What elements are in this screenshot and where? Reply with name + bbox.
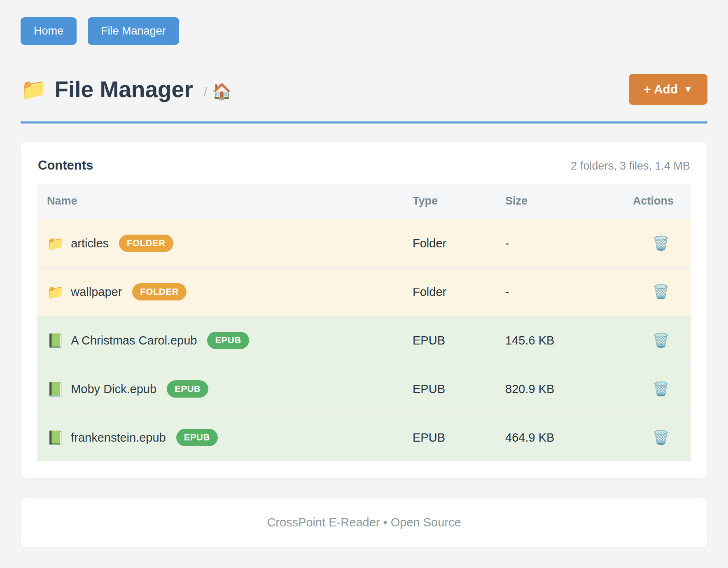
- trash-icon: 🗑️: [653, 381, 670, 396]
- column-header-name: Name: [37, 184, 403, 219]
- top-nav: Home File Manager: [21, 17, 707, 45]
- file-type-badge: EPUB: [167, 380, 208, 398]
- file-size: -: [495, 268, 598, 316]
- file-type: EPUB: [403, 365, 495, 413]
- table-row: 📁 articles FOLDER Folder - 🗑️: [37, 219, 691, 268]
- folder-icon: 📁: [21, 77, 46, 101]
- file-type: Folder: [403, 268, 495, 316]
- table-row: 📗 frankenstein.epub EPUB EPUB 464.9 KB 🗑…: [37, 413, 691, 461]
- file-manager-button[interactable]: File Manager: [88, 17, 179, 45]
- file-icon: 📗: [47, 381, 64, 397]
- file-type-badge: FOLDER: [119, 235, 173, 252]
- column-header-size: Size: [495, 184, 598, 219]
- file-name[interactable]: A Christmas Carol.epub: [71, 334, 197, 347]
- column-header-actions: Actions: [598, 184, 691, 219]
- file-icon: 📁: [47, 235, 64, 251]
- file-type: EPUB: [403, 316, 495, 365]
- file-name[interactable]: Moby Dick.epub: [71, 382, 156, 396]
- file-icon: 📗: [47, 430, 64, 446]
- delete-button[interactable]: 🗑️: [653, 333, 670, 347]
- delete-button[interactable]: 🗑️: [653, 431, 670, 444]
- title-row: 📁 File Manager / 🏠 + Add ▼: [21, 74, 707, 105]
- delete-button[interactable]: 🗑️: [653, 285, 670, 298]
- table-row: 📗 Moby Dick.epub EPUB EPUB 820.9 KB 🗑️: [37, 365, 691, 413]
- file-name[interactable]: articles: [71, 237, 109, 250]
- trash-icon: 🗑️: [653, 333, 670, 348]
- file-table: Name Type Size Actions 📁 articles FOLDER…: [37, 184, 691, 461]
- column-header-type: Type: [403, 184, 495, 219]
- breadcrumb-separator: /: [204, 85, 207, 99]
- delete-button[interactable]: 🗑️: [653, 236, 670, 250]
- footer: CrossPoint E-Reader • Open Source: [21, 498, 707, 547]
- title-group: 📁 File Manager / 🏠: [21, 76, 231, 102]
- trash-icon: 🗑️: [653, 284, 670, 299]
- contents-summary: 2 folders, 3 files, 1.4 MB: [571, 160, 690, 172]
- file-icon: 📗: [47, 333, 64, 349]
- table-row: 📗 A Christmas Carol.epub EPUB EPUB 145.6…: [37, 316, 691, 365]
- file-size: 464.9 KB: [495, 413, 598, 461]
- contents-header: Contents 2 folders, 3 files, 1.4 MB: [37, 158, 691, 173]
- file-type-badge: FOLDER: [132, 283, 186, 300]
- file-type: Folder: [403, 219, 495, 268]
- file-type: EPUB: [403, 413, 495, 461]
- add-button-label: + Add: [644, 82, 678, 96]
- footer-text: CrossPoint E-Reader • Open Source: [39, 516, 689, 529]
- file-name[interactable]: frankenstein.epub: [71, 431, 166, 445]
- trash-icon: 🗑️: [653, 235, 670, 251]
- page: Home File Manager 📁 File Manager / 🏠 + A…: [0, 0, 728, 547]
- trash-icon: 🗑️: [653, 430, 670, 445]
- file-type-badge: EPUB: [207, 332, 249, 349]
- file-icon: 📁: [47, 284, 64, 300]
- file-table-head: Name Type Size Actions: [37, 184, 691, 219]
- add-button[interactable]: + Add ▼: [629, 74, 707, 105]
- home-button[interactable]: Home: [21, 17, 77, 45]
- home-breadcrumb-icon[interactable]: 🏠: [212, 82, 231, 100]
- page-title: File Manager: [54, 76, 193, 102]
- delete-button[interactable]: 🗑️: [653, 382, 670, 396]
- contents-title: Contents: [38, 158, 93, 173]
- file-size: -: [495, 219, 598, 268]
- file-size: 145.6 KB: [495, 316, 598, 365]
- file-type-badge: EPUB: [176, 429, 218, 446]
- contents-card: Contents 2 folders, 3 files, 1.4 MB Name…: [21, 142, 707, 478]
- file-name[interactable]: wallpaper: [71, 285, 122, 299]
- table-row: 📁 wallpaper FOLDER Folder - 🗑️: [37, 268, 691, 316]
- chevron-down-icon: ▼: [684, 84, 693, 95]
- title-divider: [21, 121, 707, 123]
- file-size: 820.9 KB: [495, 365, 598, 413]
- file-table-body: 📁 articles FOLDER Folder - 🗑️ 📁 wallpape…: [37, 219, 691, 461]
